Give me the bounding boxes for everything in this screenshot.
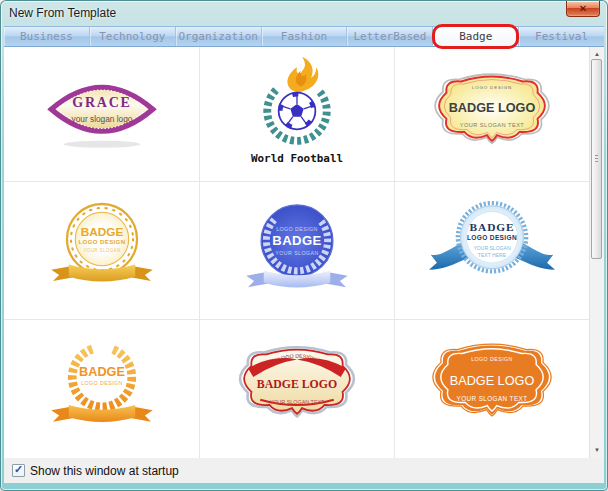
template-yellow-cloud-badge[interactable]: LOGO DESIGN BADGE LOGO YOUR SLOGAN TEXT	[422, 53, 562, 169]
badge-slogan: YOUR SLOGAN TEXT	[457, 395, 528, 402]
tab-badge-label: Badge	[459, 30, 492, 43]
template-world-football[interactable]: World Football	[227, 53, 367, 169]
show-at-startup-label: Show this window at startup	[30, 464, 179, 478]
tab-technology-label: Technology	[99, 30, 165, 43]
template-grid: GRACE your slogan logo	[4, 47, 589, 458]
badge-line2: LOGO DESIGN	[81, 380, 123, 386]
badge-title: GRACE	[72, 95, 131, 110]
ribbon-banner	[51, 405, 153, 422]
tab-festival-label: Festival	[535, 30, 588, 43]
tab-letterbased-label: LetterBased	[353, 30, 426, 43]
title-bar[interactable]: New From Template ✕	[0, 0, 608, 26]
template-cell[interactable]: GRACE your slogan logo	[4, 47, 200, 182]
template-grace-badge[interactable]: GRACE your slogan logo	[32, 53, 172, 169]
tab-business-label: Business	[20, 30, 73, 43]
ornate-badge-shape: LOGO DESIGN BADGE LOGO YOUR SLOGAN TEXT	[240, 347, 354, 416]
scroll-down-button[interactable]: ▼	[590, 443, 604, 456]
tab-letterbased[interactable]: LetterBased	[347, 27, 433, 46]
template-red-ornate-badge[interactable]: LOGO DESIGN BADGE LOGO YOUR SLOGAN TEXT	[227, 326, 367, 442]
close-button[interactable]: ✕	[566, 1, 600, 17]
template-cell[interactable]: BADGE LOGO DESIGN YOUR SLOGAN TEXT HERE	[395, 182, 589, 320]
scroll-up-icon: ▲	[594, 51, 600, 57]
tab-organization[interactable]: Organization	[176, 27, 262, 46]
badge-title: World Football	[251, 152, 343, 165]
close-icon: ✕	[579, 4, 587, 14]
scroll-down-icon: ▼	[594, 447, 600, 453]
badge-line2: LOGO DESIGN	[467, 234, 517, 241]
badge-slogan: YOUR SLOGAN TEXT	[460, 122, 525, 128]
ornate-badge-shape: LOGO DESIGN BADGE LOGO YOUR SLOGAN TEXT	[433, 344, 551, 416]
badge-title: BADGE LOGO	[449, 101, 536, 115]
template-list-area: GRACE your slogan logo	[4, 47, 604, 458]
badge-slogan: your slogan logo	[71, 114, 132, 124]
badge-title: BADGE	[272, 233, 322, 248]
tab-fashion-label: Fashion	[281, 30, 327, 43]
tab-badge[interactable]: Badge	[433, 27, 519, 46]
badge-top-text: LOGO DESIGN	[471, 356, 513, 362]
badge-title: BADGE LOGO	[257, 377, 337, 391]
template-orange-wreath-badge[interactable]: BADGE LOGO DESIGN	[32, 326, 172, 442]
checkbox-check-icon: ✓	[14, 464, 23, 475]
category-tab-bar: Business Technology Organization Fashion…	[4, 26, 604, 47]
tab-business[interactable]: Business	[4, 27, 90, 46]
flame-icon	[287, 57, 318, 92]
tab-organization-label: Organization	[178, 30, 257, 43]
badge-slogan: YOUR SLOGAN TEXT	[270, 399, 326, 405]
template-cell[interactable]: LOGO DESIGN BADGE LOGO YOUR SLOGAN TEXT	[200, 320, 395, 458]
badge-title: BADGE LOGO	[450, 374, 535, 388]
new-from-template-dialog: New From Template ✕ Business Technology …	[0, 0, 608, 491]
template-cell[interactable]: LOGO DESIGN BADGE YOUR SLOGAN	[200, 182, 395, 320]
badge-slogan2: TEXT HERE	[478, 252, 507, 258]
cloud-badge-shape: LOGO DESIGN BADGE LOGO YOUR SLOGAN TEXT	[435, 74, 549, 143]
badge-top-text: LOGO DESIGN	[472, 85, 512, 90]
badge-slogan: YOUR SLOGAN	[83, 248, 120, 253]
tab-festival[interactable]: Festival	[519, 27, 604, 46]
template-blue-seal-badge[interactable]: BADGE LOGO DESIGN YOUR SLOGAN TEXT HERE	[422, 188, 562, 304]
show-at-startup-checkbox[interactable]: ✓	[12, 464, 25, 477]
badge-slogan: YOUR SLOGAN	[473, 245, 510, 251]
badge-title: BADGE	[470, 221, 515, 233]
badge-line2: LOGO DESIGN	[78, 238, 125, 245]
dialog-client-area: Business Technology Organization Fashion…	[4, 26, 604, 483]
template-cell[interactable]: BADGE LOGO DESIGN	[4, 320, 200, 458]
badge-title: BADGE	[80, 225, 123, 239]
badge-shadow	[63, 141, 140, 148]
template-cell[interactable]: LOGO DESIGN BADGE LOGO YOUR SLOGAN TEXT	[395, 47, 589, 182]
tab-fashion[interactable]: Fashion	[262, 27, 348, 46]
badge-slogan: YOUR SLOGAN	[275, 250, 318, 256]
badge-title: BADGE	[79, 365, 125, 379]
badge-top-text: LOGO DESIGN	[276, 226, 318, 232]
template-orange-ornate-badge[interactable]: LOGO DESIGN BADGE LOGO YOUR SLOGAN TEXT	[422, 326, 562, 442]
footer-bar: ✓ Show this window at startup	[4, 458, 604, 483]
template-gold-circle-badge[interactable]: BADGE LOGO DESIGN YOUR SLOGAN	[32, 188, 172, 304]
template-blue-circle-badge[interactable]: LOGO DESIGN BADGE YOUR SLOGAN	[227, 188, 367, 304]
window-title: New From Template	[9, 6, 116, 20]
tab-technology[interactable]: Technology	[90, 27, 176, 46]
template-cell[interactable]: LOGO DESIGN BADGE LOGO YOUR SLOGAN TEXT	[395, 320, 589, 458]
vertical-scrollbar[interactable]: ▲ ▼	[589, 47, 604, 458]
template-cell[interactable]: World Football	[200, 47, 395, 182]
template-cell[interactable]: BADGE LOGO DESIGN YOUR SLOGAN	[4, 182, 200, 320]
scroll-thumb[interactable]	[591, 59, 602, 259]
